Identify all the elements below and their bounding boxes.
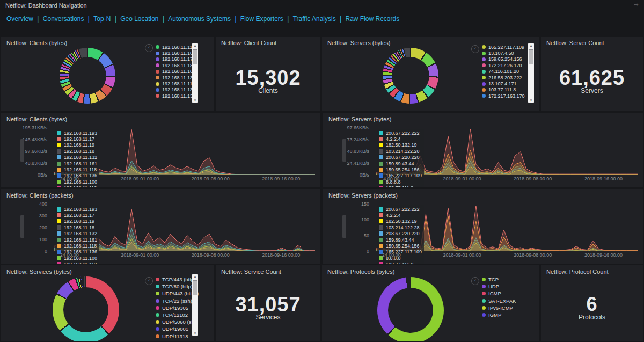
- legend-item[interactable]: 192.168.11.132: [156, 87, 195, 93]
- plot-area[interactable]: 208.67.222.2224.2.2.4182.50.132.19103.21…: [376, 204, 638, 251]
- nav-link-geo-location[interactable]: Geo Location: [120, 15, 158, 23]
- legend-item[interactable]: ICMP: [482, 290, 516, 297]
- legend-item[interactable]: 4.2.2.4: [379, 136, 422, 142]
- legend-item[interactable]: 192.168.11.193: [57, 130, 97, 136]
- plot-area[interactable]: 192.168.11.193192.168.11.17192.168.11.19…: [54, 128, 315, 175]
- legend-item[interactable]: 192.168.11.18: [57, 224, 97, 230]
- legend-item[interactable]: 74.116.101.20: [482, 69, 525, 75]
- nav-link-conversations[interactable]: Conversations: [43, 15, 84, 23]
- legend-swatch: [57, 207, 61, 212]
- legend-item[interactable]: 208.67.220.220: [379, 231, 422, 237]
- legend-item[interactable]: 103.214.122.28: [379, 224, 422, 230]
- legend-scrollbar[interactable]: ▴▾: [192, 274, 198, 336]
- nav-link-traffic-analysis[interactable]: Traffic Analysis: [293, 15, 336, 23]
- legend-collapse-icon[interactable]: ‹: [145, 277, 153, 285]
- scroll-down-icon[interactable]: ▾: [192, 98, 198, 103]
- legend-item[interactable]: 159.89.43.44: [379, 161, 422, 166]
- legend-item[interactable]: 172.217.163.170: [482, 93, 525, 99]
- legend-item[interactable]: 208.67.222.222: [379, 130, 422, 136]
- legend-collapse-icon[interactable]: ‹: [145, 44, 153, 52]
- plot-area[interactable]: 192.168.11.193192.168.11.17192.168.11.19…: [54, 204, 315, 251]
- legend-collapse-icon[interactable]: ‹: [471, 45, 479, 53]
- legend-item[interactable]: 192.168.11.132: [57, 155, 97, 161]
- share-icon[interactable]: ➦: [634, 1, 639, 8]
- legend-item[interactable]: 192.168.11.193: [57, 206, 97, 212]
- x-tick-label: 2018-09-01 00:00: [121, 252, 159, 258]
- legend-item[interactable]: 192.168.11.137: [156, 75, 195, 81]
- nav-link-top-n[interactable]: Top-N: [93, 15, 111, 23]
- nav-link-autonomous-systems[interactable]: Autonomous Systems: [168, 15, 231, 23]
- legend-item[interactable]: 216.58.203.222: [482, 75, 525, 81]
- legend-item[interactable]: 159.65.254.156: [379, 166, 422, 172]
- legend-item[interactable]: 192.168.11.161: [156, 69, 195, 75]
- legend-scrollbar[interactable]: ▴▾: [528, 43, 534, 103]
- legend-item[interactable]: 182.50.132.19: [379, 142, 422, 148]
- clients-bytes-legend: 192.168.11.119192.168.11.100192.168.11.1…: [156, 44, 195, 99]
- servers-bytes-donut[interactable]: [383, 48, 438, 104]
- scroll-up-icon[interactable]: ▴: [192, 43, 198, 48]
- legend-item[interactable]: 192.168.11.18: [57, 148, 97, 154]
- graph-scrollbar[interactable]: [342, 215, 346, 238]
- legend-swatch: [482, 278, 486, 281]
- legend-label: IPv6-ICMP: [488, 305, 513, 311]
- legend-item[interactable]: 192.168.11.118: [57, 166, 97, 172]
- protocols-donut[interactable]: [377, 277, 444, 341]
- legend-item[interactable]: 192.168.11.17: [57, 212, 97, 218]
- scroll-down-icon[interactable]: ▾: [192, 331, 198, 336]
- legend-item[interactable]: 192.168.11.100: [156, 50, 195, 56]
- graph-scrollbar[interactable]: [20, 139, 24, 162]
- legend-scrollbar[interactable]: ▴▾: [192, 43, 198, 103]
- legend-item[interactable]: 103.77.111.8: [482, 87, 525, 93]
- legend-item[interactable]: SAT-EXPAK: [482, 297, 516, 304]
- nav-link-flow-exporters[interactable]: Flow Exporters: [240, 15, 283, 23]
- scrollbar-thumb[interactable]: [193, 280, 197, 295]
- legend-swatch: [379, 131, 383, 135]
- legend-item[interactable]: 182.50.132.19: [379, 219, 422, 224]
- legend-item[interactable]: 192.168.11.112: [156, 81, 195, 86]
- legend-item[interactable]: 192.168.11.118: [57, 243, 97, 249]
- legend-item[interactable]: 192.168.11.17: [156, 56, 195, 62]
- legend-item[interactable]: 192.168.11.19: [57, 142, 97, 148]
- legend-item[interactable]: 192.168.11.17: [57, 136, 97, 142]
- legend-item[interactable]: 103.77.111.8: [379, 261, 422, 264]
- scroll-up-icon[interactable]: ▴: [192, 274, 198, 279]
- legend-item[interactable]: 165.227.117.109: [482, 44, 525, 50]
- legend-item[interactable]: 192.168.11.161: [57, 161, 97, 166]
- legend-item[interactable]: 208.67.220.220: [379, 155, 422, 161]
- legend-item[interactable]: 159.65.254.156: [379, 243, 422, 249]
- legend-item[interactable]: 192.168.11.18: [156, 62, 195, 68]
- legend-item[interactable]: 192.168.11.132: [57, 231, 97, 237]
- legend-item[interactable]: 208.67.222.222: [379, 206, 422, 212]
- legend-item[interactable]: IPv6-ICMP: [482, 304, 516, 311]
- clients-bytes-donut[interactable]: [60, 48, 115, 104]
- legend-label: 103.214.122.28: [386, 225, 420, 230]
- nav-link-overview[interactable]: Overview: [6, 15, 33, 23]
- legend-item[interactable]: 192.168.11.161: [57, 237, 97, 243]
- legend-item[interactable]: 192.168.11.119: [156, 44, 195, 50]
- legend-item[interactable]: 192.168.11.136: [156, 93, 195, 99]
- scroll-down-icon[interactable]: ▾: [528, 98, 534, 103]
- nav-link-raw-flow-records[interactable]: Raw Flow Records: [346, 15, 400, 23]
- legend-item[interactable]: TCP: [482, 276, 516, 283]
- legend-item[interactable]: 4.2.2.4: [379, 212, 422, 218]
- legend-collapse-icon[interactable]: ‹: [471, 277, 479, 285]
- legend-item[interactable]: 103.77.111.8: [379, 185, 422, 187]
- scroll-up-icon[interactable]: ▴: [528, 43, 534, 48]
- legend-item[interactable]: 13.107.4.50: [482, 50, 525, 56]
- legend-item[interactable]: UDP: [482, 283, 516, 290]
- graph-scrollbar[interactable]: [20, 215, 24, 238]
- legend-item[interactable]: 192.168.11.112: [57, 185, 97, 187]
- legend-item[interactable]: 13.107.4.171: [482, 81, 525, 86]
- legend-item[interactable]: IGMP: [482, 311, 516, 318]
- legend-item[interactable]: 159.65.254.156: [482, 56, 525, 62]
- legend-item[interactable]: 172.217.26.170: [482, 62, 525, 68]
- services-donut[interactable]: [53, 276, 119, 341]
- plot-area[interactable]: 208.67.222.2224.2.2.4182.50.132.19103.21…: [376, 128, 638, 175]
- legend-item[interactable]: 192.168.11.19: [57, 219, 97, 224]
- legend-item[interactable]: 159.89.43.44: [379, 237, 422, 243]
- scrollbar-thumb[interactable]: [193, 49, 197, 64]
- graph-scrollbar[interactable]: [342, 139, 346, 162]
- legend-item[interactable]: 192.168.11.112: [57, 261, 97, 264]
- legend-item[interactable]: 103.214.122.28: [379, 148, 422, 154]
- scrollbar-thumb[interactable]: [529, 49, 533, 64]
